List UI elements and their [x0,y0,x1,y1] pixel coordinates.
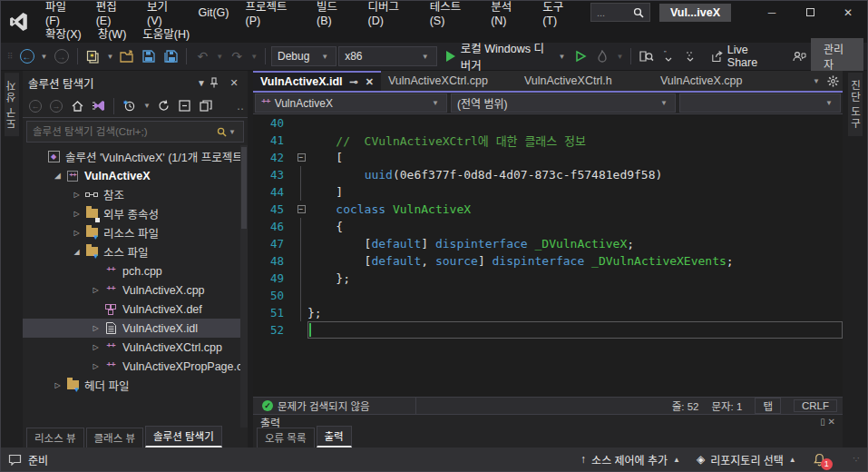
close-panel-icon[interactable]: ✕ [226,77,242,89]
feedback-icon[interactable] [789,45,809,67]
redo-dropdown[interactable]: ▼ [249,53,259,61]
output-tab[interactable]: 오류 목록 [257,428,315,447]
breakpoint-margin[interactable] [284,287,295,304]
undo-dropdown[interactable]: ▼ [214,53,225,61]
start-without-debugging-button[interactable] [571,45,590,67]
tree-item[interactable]: ▷▼헤더 파일 [23,376,248,395]
navigate-back-button[interactable]: ← [17,45,37,67]
tab-mode-indicator[interactable]: 탭 [755,398,781,414]
menu-extensions[interactable]: 확장(X) [37,25,90,42]
tree-expander-icon[interactable]: ▷ [89,324,102,332]
breakpoint-margin[interactable] [284,114,295,132]
filter-dropdown[interactable]: ▼ [141,102,152,110]
minimize-button[interactable]: ─ [753,1,791,24]
explorer-scrollbar[interactable] [240,145,248,428]
char-indicator[interactable]: 문자: 1 [711,398,742,413]
new-project-icon[interactable]: ✶ [83,45,102,67]
context-dropdown[interactable]: (전역 범위)▼ [451,93,676,113]
breakpoint-margin[interactable] [284,149,295,166]
navigate-forward-button[interactable]: → [52,45,72,67]
outline-expand-icon[interactable] [680,45,700,67]
toolbox-vertical-tab[interactable]: 도구 상자 [5,73,19,136]
open-file-icon[interactable] [117,45,137,67]
code-editor[interactable]: 4041 // CVulnActiveXCtrl에 대한 클래스 정보42− [… [253,114,843,397]
pin-icon[interactable] [210,77,226,88]
fold-margin[interactable]: − [295,201,307,218]
code-line[interactable]: 48 [default, source] dispinterface _DVul… [253,252,843,270]
document-tab[interactable]: VulnActiveXCtrl.cpp [381,71,517,91]
code-line[interactable]: 49 }; [253,270,843,287]
document-tab[interactable]: VulnActiveX.cpp [653,71,789,91]
output-tab[interactable]: 출력 [317,426,352,447]
close-button[interactable]: ✕ [829,1,867,24]
tree-expander-icon[interactable]: ▷ [89,286,102,294]
close-tab-icon[interactable]: ✕ [366,76,374,88]
breakpoint-margin[interactable] [284,304,295,321]
diagnostic-tools-vertical-tab[interactable]: 진단 도구 [848,73,863,136]
quick-search-box[interactable]: ... [590,3,650,22]
new-item-dropdown[interactable]: ▼ [104,53,115,61]
line-indicator[interactable]: 줄: 52 [672,398,699,413]
toolbar-overflow-icon[interactable]: ‥ [237,100,244,113]
code-line[interactable]: 50 [253,287,843,304]
navigate-back-dropdown[interactable]: ▼ [39,53,50,61]
save-icon[interactable] [139,45,159,67]
code-line[interactable]: 43 uuid(0e6f377f-0d8d-4d07-873c-f57481ed… [253,166,843,183]
eol-indicator[interactable]: CRLF [794,399,837,412]
tree-expander-icon[interactable]: ▷ [51,381,64,389]
menu-window[interactable]: 창(W) [90,25,135,42]
code-line[interactable]: 47 [default] dispinterface _DVulnActiveX… [253,235,843,252]
tree-item[interactable]: ▷⁺⁺VulnActiveXPropPage.cpp [23,357,248,376]
add-to-source-control-button[interactable]: ↑ 소스 제어에 추가 ▲ [580,452,680,467]
tree-item[interactable]: ▷외부 종속성 [23,204,248,223]
tree-item[interactable]: ▷⁺⁺VulnActiveXCtrl.cpp [23,338,248,357]
breakpoint-margin[interactable] [284,252,295,270]
find-in-files-icon[interactable] [637,45,657,67]
explorer-back-icon[interactable]: ← [26,97,44,115]
search-options-dropdown[interactable]: ▼ [227,128,238,136]
toolbar-drag-handle-icon[interactable]: ⠿ [7,52,13,61]
sync-with-active-document-icon[interactable] [89,97,107,115]
pin-tab-icon[interactable]: ⊸ [350,76,358,88]
redo-icon[interactable]: ↷ [227,45,247,67]
breakpoint-margin[interactable] [284,218,295,235]
panel-options-chevron-icon[interactable]: ▼ [193,78,210,88]
home-icon[interactable] [68,97,86,115]
solution-configuration-dropdown[interactable]: Debug▼ [271,46,336,66]
breakpoint-margin[interactable] [284,166,295,183]
code-line[interactable]: 52 [253,321,843,339]
tree-expander-icon[interactable]: ▷ [70,191,83,199]
start-debugging-button[interactable]: 로컬 Windows 디버거 ▼ [444,45,570,67]
tree-item[interactable]: ▷VulnActiveX.idl [23,319,248,338]
scope-dropdown[interactable]: ⁺⁺ VulnActiveX ▼ [255,93,447,113]
collapse-all-icon[interactable] [176,97,194,115]
solution-explorer-search[interactable]: ▼ [26,121,244,143]
code-line[interactable]: 44 ] [253,183,843,201]
breakpoint-margin[interactable] [284,201,295,218]
tree-item[interactable]: ◆솔루션 'VulnActiveX' (1/1개 프로젝트) [23,147,248,166]
live-share-button[interactable]: Live Share [709,45,778,67]
tree-item[interactable]: ▷⁺⁺VulnActiveX.cpp [23,280,248,300]
profiler-icon[interactable] [592,45,612,67]
select-repository-button[interactable]: ◈ 리포지토리 선택 ▲ [697,452,796,467]
tree-expander-icon[interactable]: ▷ [89,362,102,370]
undo-icon[interactable]: ↶ [192,45,212,67]
save-all-icon[interactable] [161,45,180,67]
menu-help[interactable]: 도움말(H) [134,25,198,42]
code-line[interactable]: 41 // CVulnActiveXCtrl에 대한 클래스 정보 [253,132,843,149]
document-tab[interactable]: VulnActiveX.idl⊸✕ [253,71,381,91]
problems-indicator[interactable]: ✓ 문제가 검색되지 않음 [253,398,416,414]
fold-margin[interactable]: − [295,149,307,166]
tab-list-dropdown[interactable]: ▼ [811,77,822,85]
breakpoint-margin[interactable] [284,321,295,339]
pending-changes-filter-icon[interactable]: ✱ [121,97,139,115]
code-line[interactable]: 46 { [253,218,843,235]
tree-expander-icon[interactable]: ◢ [51,172,64,180]
tree-expander-icon[interactable]: ▷ [89,343,102,351]
solution-platform-dropdown[interactable]: x86▼ [338,46,437,66]
collapse-region-icon[interactable]: − [297,205,306,213]
tree-item[interactable]: ◢▼소스 파일 [23,242,248,261]
output-panel-controls[interactable]: ▯ ✕ [820,415,843,428]
collapse-region-icon[interactable]: − [297,153,306,162]
tree-item[interactable]: ▷참조 [23,185,248,204]
